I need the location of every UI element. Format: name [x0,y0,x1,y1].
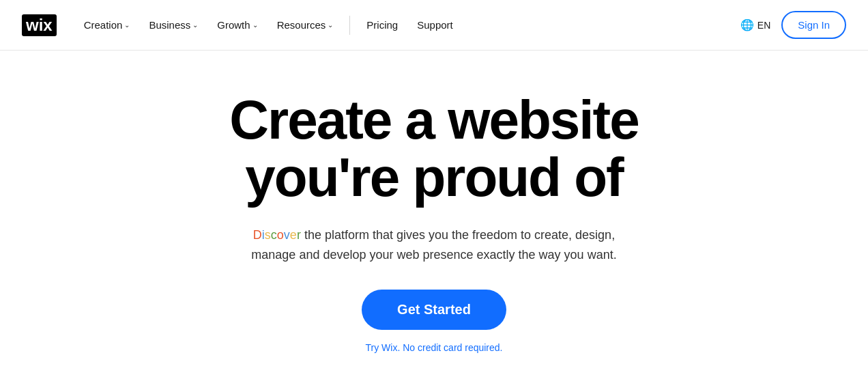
main-nav: Creation ⌄ Business ⌄ Growth ⌄ Resources… [76,14,461,36]
chevron-down-icon: ⌄ [124,21,130,29]
headline-line1: Create a website [229,89,638,150]
nav-item-growth[interactable]: Growth ⌄ [209,14,265,36]
chevron-down-icon: ⌄ [192,21,198,29]
nav-label-growth: Growth [217,19,250,31]
get-started-button[interactable]: Get Started [362,290,506,330]
wix-logo[interactable]: wix [22,14,57,36]
sub-cta-text: Try Wix. No credit card required. [366,342,503,353]
chevron-down-icon: ⌄ [328,21,333,29]
hero-subtext: Discover the platform that gives you the… [251,225,616,265]
nav-item-creation[interactable]: Creation ⌄ [76,14,139,36]
chevron-down-icon: ⌄ [252,21,258,29]
nav-label-support: Support [417,19,453,31]
colored-letter-r: r [297,228,301,242]
sign-in-button[interactable]: Sign In [781,11,846,39]
nav-item-resources[interactable]: Resources ⌄ [269,14,342,36]
nav-label-creation: Creation [84,19,123,31]
nav-item-business[interactable]: Business ⌄ [141,14,206,36]
nav-label-business: Business [149,19,190,31]
nav-item-pricing[interactable]: Pricing [358,14,406,36]
globe-icon: 🌐 [740,18,754,31]
colored-letter-o: o [277,228,284,242]
hero-section: Create a website you're proud of Discove… [0,51,868,380]
colored-letter-c: c [271,228,277,242]
nav-item-support[interactable]: Support [409,14,461,36]
lang-code: EN [757,20,770,31]
headline-line2: you're proud of [245,147,622,208]
nav-label-resources: Resources [277,19,326,31]
hero-headline: Create a website you're proud of [229,92,638,206]
colored-letter-e: e [290,228,297,242]
nav-label-pricing: Pricing [366,19,398,31]
nav-divider [349,16,350,35]
nav-left: wix Creation ⌄ Business ⌄ Growth ⌄ Resou… [22,14,461,36]
language-selector[interactable]: 🌐 EN [740,18,770,31]
colored-letter-v: v [284,228,290,242]
main-header: wix Creation ⌄ Business ⌄ Growth ⌄ Resou… [0,0,868,51]
nav-right: 🌐 EN Sign In [740,11,846,39]
colored-letter-s: s [265,228,271,242]
colored-letter-d: D [253,228,262,242]
